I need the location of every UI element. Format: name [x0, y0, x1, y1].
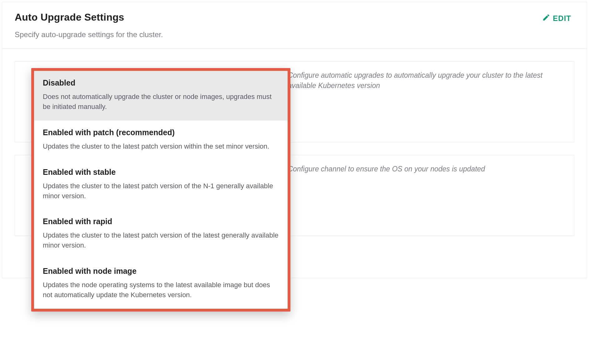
option-description: Updates the node operating systems to th… — [43, 280, 279, 300]
os-help-text: Configure channel to ensure the OS on yo… — [278, 164, 563, 174]
dropdown-option-patch[interactable]: Enabled with patch (recommended) Updates… — [34, 121, 288, 160]
page-title: Auto Upgrade Settings — [15, 12, 124, 23]
option-title: Enabled with rapid — [43, 217, 279, 226]
dropdown-option-rapid[interactable]: Enabled with rapid Updates the cluster t… — [34, 209, 288, 259]
dropdown-option-node-image[interactable]: Enabled with node image Updates the node… — [34, 259, 288, 309]
pencil-icon — [542, 13, 550, 23]
option-description: Updates the cluster to the latest patch … — [43, 141, 279, 151]
edit-button-label: EDIT — [553, 14, 571, 23]
edit-button[interactable]: EDIT — [539, 12, 574, 25]
option-title: Enabled with stable — [43, 168, 279, 177]
option-title: Enabled with node image — [43, 267, 279, 276]
option-description: Updates the cluster to the latest patch … — [43, 181, 279, 201]
dropdown-option-stable[interactable]: Enabled with stable Updates the cluster … — [34, 160, 288, 210]
auto-upgrade-dropdown[interactable]: Disabled Does not automatically upgrade … — [31, 68, 290, 312]
panel-header: Auto Upgrade Settings EDIT — [2, 2, 587, 28]
option-title: Enabled with patch (recommended) — [43, 128, 279, 137]
option-title: Disabled — [43, 78, 279, 87]
option-description: Updates the cluster to the latest patch … — [43, 230, 279, 250]
dropdown-option-disabled[interactable]: Disabled Does not automatically upgrade … — [34, 71, 288, 121]
kubernetes-help-text: Configure automatic upgrades to automati… — [278, 70, 563, 91]
option-description: Does not automatically upgrade the clust… — [43, 92, 279, 112]
page-subtitle: Specify auto-upgrade settings for the cl… — [2, 28, 587, 48]
